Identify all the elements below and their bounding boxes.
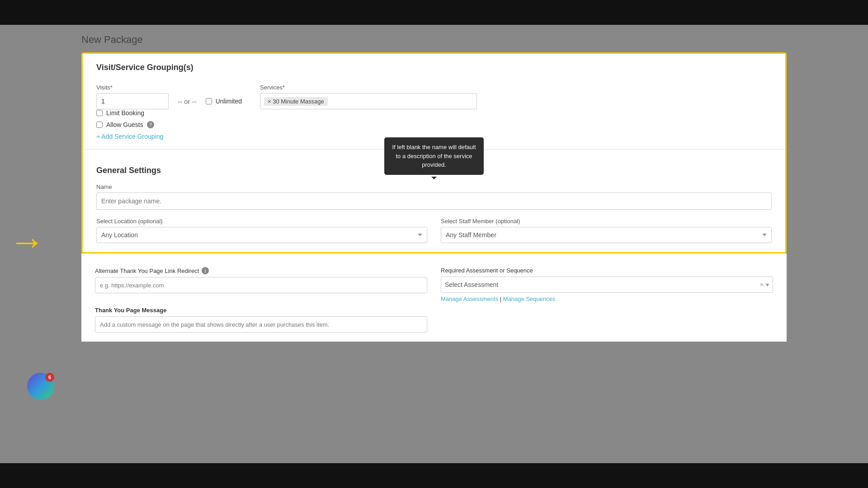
general-settings-section: If left blank the name will default to a… [83,150,785,252]
visit-service-section: Visit/Service Grouping(s) Visits* -- or … [83,54,785,149]
services-label: Services* [260,84,772,91]
alt-url-input[interactable] [95,277,427,293]
services-field-group: Services* × 30 Minute Massage [260,84,772,109]
below-card: Alternate Thank You Page Link Redirect i… [81,253,787,342]
visit-section-title: Visit/Service Grouping(s) [96,63,772,76]
unlimited-group: Unlimited [206,98,242,105]
assessment-label: Required Assessment or Sequence [441,267,773,274]
name-field-group: Name [96,183,772,210]
staff-col: Select Staff Member (optional) Any Staff… [441,218,772,243]
service-tag: × 30 Minute Massage [264,97,328,106]
alt-info-icon[interactable]: i [202,267,209,274]
assessment-select-text: Select Assessment [445,281,760,288]
limit-booking-row: Limit Booking [96,109,772,117]
staff-select[interactable]: Any Staff Member [441,227,772,243]
unlimited-checkbox[interactable] [206,98,212,104]
add-service-grouping-link[interactable]: + Add Service Grouping [96,133,163,140]
visits-input[interactable] [96,93,169,109]
location-label: Select Location (optional) [96,218,427,225]
pipe-separator: | [500,296,503,302]
assessment-select-wrapper[interactable]: Select Assessment × ▾ [441,277,773,293]
thank-you-input[interactable] [95,316,427,333]
tooltip-text: If left blank the name will default to a… [392,144,476,168]
main-card: Visit/Service Grouping(s) Visits* -- or … [81,52,787,253]
manage-sequences-link[interactable]: Manage Sequences [503,296,556,302]
page-background: New Package → Visit/Service Grouping(s) … [0,25,868,463]
limit-booking-checkbox[interactable] [96,110,103,116]
top-bar [0,0,868,25]
bottom-bar [0,463,868,488]
unlimited-label: Unlimited [216,98,242,105]
or-separator: -- or -- [169,98,206,105]
below-card-grid: Alternate Thank You Page Link Redirect i… [95,263,773,333]
assessment-dropdown-icon[interactable]: ▾ [766,281,769,288]
allow-guests-info-icon[interactable]: ? [147,121,154,128]
location-select[interactable]: Any Location [96,227,427,243]
assessment-section: Required Assessment or Sequence Select A… [441,263,773,311]
allow-guests-row: Allow Guests ? [96,121,772,128]
avatar-notification-badge: 6 [45,373,54,382]
right-part: Services* × 30 Minute Massage [260,84,772,109]
visits-services-row: Visits* -- or -- Unlimited Services* [96,84,772,109]
allow-guests-label: Allow Guests [106,121,143,128]
page-title: New Package [0,25,868,52]
location-staff-row: Select Location (optional) Any Location … [96,218,772,243]
yellow-arrow-icon: → [9,224,45,260]
assessment-clear-btn[interactable]: × [760,281,764,288]
alt-label: Alternate Thank You Page Link Redirect i [95,267,427,274]
allow-guests-checkbox[interactable] [96,122,103,128]
visits-field-group: Visits* [96,84,169,109]
name-input[interactable] [96,192,772,210]
tooltip-box: If left blank the name will default to a… [384,137,484,175]
manage-links: Manage Assessments | Manage Sequences [441,296,773,302]
alt-section: Alternate Thank You Page Link Redirect i [95,263,427,302]
left-below-col: Alternate Thank You Page Link Redirect i… [95,263,427,333]
location-col: Select Location (optional) Any Location [96,218,427,243]
thank-you-section: Thank You Page Message [95,302,427,333]
service-tag-text: × 30 Minute Massage [268,98,324,105]
name-label: Name [96,183,772,190]
staff-label: Select Staff Member (optional) [441,218,772,225]
avatar-badge: 6 [27,373,54,400]
thank-you-label: Thank You Page Message [95,307,427,314]
right-below-col: Required Assessment or Sequence Select A… [441,263,773,333]
visits-label: Visits* [96,84,169,91]
limit-booking-label: Limit Booking [106,109,144,117]
manage-assessments-link[interactable]: Manage Assessments [441,296,498,302]
services-field-wrapper[interactable]: × 30 Minute Massage [260,93,477,109]
left-part: Visits* -- or -- Unlimited [96,84,242,109]
